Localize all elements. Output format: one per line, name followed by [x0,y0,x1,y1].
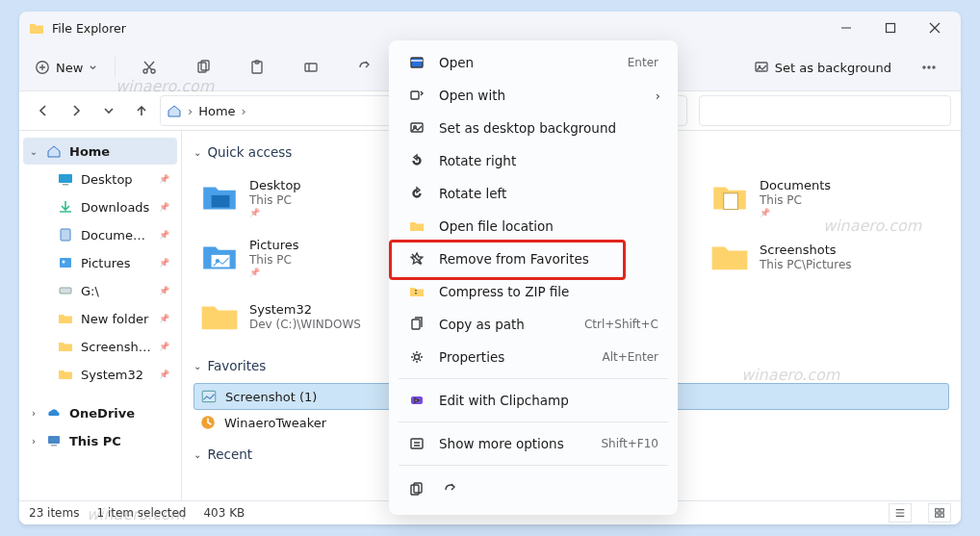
close-button[interactable] [913,12,957,44]
set-as-background-button[interactable]: Set as background [746,51,899,84]
svg-point-37 [415,355,420,360]
menu-item-set-as-desktop-background[interactable]: Set as desktop background [393,112,674,144]
svg-point-13 [933,66,935,68]
menu-item-open-file-location[interactable]: Open file location [393,210,674,242]
menu-item-properties[interactable]: PropertiesAlt+Enter [393,341,674,373]
up-button[interactable] [127,96,156,125]
copy-button[interactable] [179,51,227,84]
sidebar-item-pictures[interactable]: Pictures📌 [23,249,177,276]
sidebar-item-screenshots[interactable]: Screenshots📌 [23,333,177,360]
menu-item-hint: Alt+Enter [602,350,658,364]
sidebar-item-label: Desktop [81,172,151,187]
sidebar-item-documents[interactable]: Documents📌 [23,221,177,248]
menu-item-label: Set as desktop background [439,120,616,136]
share-button[interactable] [341,51,389,84]
more-icon [408,435,426,452]
chevron-icon: › [29,436,39,447]
tile-name: Desktop [249,178,301,192]
sidebar-item-home[interactable]: ⌄Home [23,138,177,165]
quick-access-tile[interactable]: DocumentsThis PC📌 [704,169,949,225]
menu-item-open-with[interactable]: Open with› [393,79,674,112]
paste-button[interactable] [233,51,281,84]
menu-item-label: Copy as path [439,317,525,332]
menu-item-compress-to-zip-file[interactable]: Compress to ZIP file [393,275,674,308]
more-button[interactable] [905,51,953,84]
new-button[interactable]: New [27,51,105,84]
group-label: Favorites [207,358,266,373]
tile-subtitle: This PC [760,193,831,207]
menu-item-rotate-right[interactable]: Rotate right [393,144,674,177]
pin-icon: 📌 [159,202,169,212]
chevron-down-icon: ⌄ [193,147,201,158]
breadcrumb-sep2: › [242,104,246,118]
menu-item-remove-from-favorites[interactable]: Remove from Favorites [393,242,674,275]
folder-icon [58,367,73,382]
downloads-icon [58,199,73,215]
nav-pane: ⌄HomeDesktop📌Downloads📌Documents📌Picture… [19,131,182,500]
pin-icon: 📌 [159,370,169,379]
forward-button[interactable] [62,96,90,125]
sidebar-item-label: G:\ [81,284,151,298]
menu-item-copy-as-path[interactable]: Copy as pathCtrl+Shift+C [393,308,674,341]
tiles-view-button[interactable] [928,503,951,523]
quick-access-tile[interactable]: ScreenshotsThis PC\Pictures [704,229,949,285]
title-bar: File Explorer [19,12,961,44]
menu-item-hint: Shift+F10 [601,437,658,450]
back-button[interactable] [29,96,58,125]
svg-rect-16 [61,229,70,241]
pin-icon: 📌 [159,342,169,351]
svg-rect-20 [48,436,60,444]
svg-rect-14 [59,174,72,183]
menu-item-label: Rotate left [439,186,506,201]
menu-item-label: Open with [439,88,505,103]
copy-button[interactable] [406,480,426,499]
image-icon [200,388,218,405]
pin-icon: 📌 [159,314,169,323]
svg-point-11 [923,66,925,68]
details-view-button[interactable] [889,503,912,523]
menu-item-edit-with-clipchamp[interactable]: Edit with Clipchamp [393,384,674,417]
svg-rect-39 [411,439,423,448]
cut-button[interactable] [125,51,173,84]
menu-separator [399,421,668,422]
svg-rect-22 [212,195,230,208]
props-icon [408,348,426,366]
menu-item-open[interactable]: OpenEnter [393,46,674,79]
svg-rect-31 [941,514,943,517]
maximize-button[interactable] [868,12,913,44]
app-icon [199,414,217,431]
menu-item-rotate-left[interactable]: Rotate left [393,177,674,210]
pictures-folder-icon [199,237,240,277]
menu-item-label: Edit with Clipchamp [439,393,569,408]
search-input[interactable] [699,95,951,126]
sidebar-item-desktop[interactable]: Desktop📌 [23,166,177,192]
menu-item-show-more-options[interactable]: Show more optionsShift+F10 [393,427,674,460]
sidebar-item-downloads[interactable]: Downloads📌 [23,193,177,220]
separator [115,57,116,78]
menu-item-label: Remove from Favorites [439,251,589,267]
chevron-down-icon: ⌄ [193,361,201,371]
pin-icon: 📌 [760,208,831,217]
sidebar-item-g-[interactable]: G:\📌 [23,277,177,304]
tile-name: Screenshots [760,242,852,257]
menu-item-label: Compress to ZIP file [439,284,569,299]
breadcrumb-home[interactable]: Home [198,104,235,118]
svg-rect-15 [63,184,68,186]
rename-button[interactable] [287,51,335,84]
recent-locations-button[interactable] [94,96,123,125]
sidebar-item-onedrive[interactable]: ›OneDrive [23,399,177,426]
group-label: Recent [207,447,252,462]
svg-point-3 [151,69,155,73]
documents-icon [58,227,73,242]
minimize-button[interactable] [824,12,868,44]
breadcrumb-sep: › [188,104,193,118]
menu-separator [399,378,668,379]
sidebar-item-new-folder[interactable]: New folder📌 [23,305,177,332]
sidebar-item-this-pc[interactable]: ›This PC [23,427,177,454]
sidebar-item-system32[interactable]: System32📌 [23,361,177,388]
sidebar-item-label: New folder [81,312,151,326]
menu-item-label: Properties [439,349,504,365]
share-button[interactable] [441,480,460,499]
svg-rect-17 [60,258,71,268]
desktop-folder-icon [199,177,240,217]
